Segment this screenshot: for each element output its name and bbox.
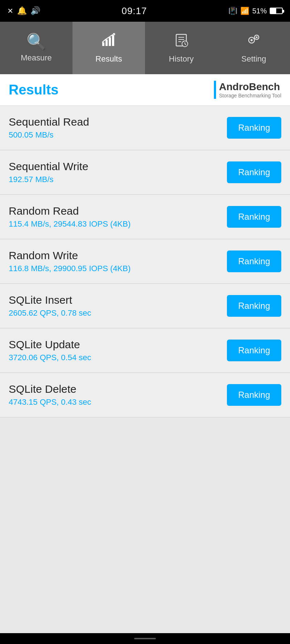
setting-icon: [246, 32, 262, 51]
result-item-seq-write: Sequential Write 192.57 MB/s Ranking: [0, 150, 290, 195]
svg-rect-0: [102, 42, 104, 46]
svg-point-12: [250, 39, 253, 41]
ranking-button-seq-write[interactable]: Ranking: [227, 161, 281, 183]
result-value-sqlite-delete: 4743.15 QPS, 0.43 sec: [9, 397, 91, 407]
history-label: History: [169, 54, 194, 64]
wifi-icon: 📶: [240, 7, 249, 15]
result-item-rand-read: Random Read 115.4 MB/s, 29544.83 IOPS (4…: [0, 195, 290, 239]
result-info-rand-write: Random Write 116.8 MB/s, 29900.95 IOPS (…: [9, 249, 130, 273]
brand-text: AndroBench Storage Benchmarking Tool: [219, 81, 281, 98]
result-value-rand-read: 115.4 MB/s, 29544.83 IOPS (4KB): [9, 219, 130, 229]
result-name-sqlite-update: SQLite Update: [9, 338, 91, 351]
ranking-button-seq-read[interactable]: Ranking: [227, 117, 281, 139]
tab-measure[interactable]: 🔍 Measure: [0, 22, 72, 74]
status-bar-left: ✕ 🔔 🔊: [7, 6, 40, 16]
page-title: Results: [9, 82, 58, 98]
ranking-button-sqlite-update[interactable]: Ranking: [227, 340, 281, 361]
result-item-sqlite-update: SQLite Update 3720.06 QPS, 0.54 sec Rank…: [0, 328, 290, 373]
brand-accent-bar: [214, 81, 216, 99]
bottom-nav-indicator: [134, 638, 156, 639]
brand-name: AndroBench: [219, 81, 281, 93]
result-info-seq-read: Sequential Read 500.05 MB/s: [9, 116, 89, 140]
status-bar-right: 📳 📶 51%: [228, 7, 283, 15]
result-value-seq-read: 500.05 MB/s: [9, 130, 89, 140]
measure-icon: 🔍: [26, 34, 46, 50]
result-name-rand-write: Random Write: [9, 249, 130, 262]
result-value-rand-write: 116.8 MB/s, 29900.95 IOPS (4KB): [9, 264, 130, 273]
volume-icon: 🔊: [30, 6, 40, 16]
result-value-seq-write: 192.57 MB/s: [9, 175, 88, 184]
brand-logo: AndroBench Storage Benchmarking Tool: [214, 81, 281, 99]
ranking-button-sqlite-insert[interactable]: Ranking: [227, 295, 281, 317]
result-info-sqlite-delete: SQLite Delete 4743.15 QPS, 0.43 sec: [9, 383, 91, 407]
svg-rect-3: [112, 35, 114, 46]
ranking-button-rand-read[interactable]: Ranking: [227, 206, 281, 228]
svg-rect-2: [109, 37, 111, 46]
result-item-sqlite-delete: SQLite Delete 4743.15 QPS, 0.43 sec Rank…: [0, 373, 290, 417]
tab-setting[interactable]: Setting: [218, 22, 290, 74]
result-name-seq-write: Sequential Write: [9, 160, 88, 173]
measure-label: Measure: [21, 53, 52, 63]
nav-tabs: 🔍 Measure Results: [0, 22, 290, 74]
result-info-rand-read: Random Read 115.4 MB/s, 29544.83 IOPS (4…: [9, 205, 130, 229]
ranking-button-rand-write[interactable]: Ranking: [227, 251, 281, 272]
battery-icon: [270, 8, 283, 14]
tab-results[interactable]: Results: [72, 22, 145, 74]
result-item-seq-read: Sequential Read 500.05 MB/s Ranking: [0, 106, 290, 150]
status-time: 09:17: [121, 5, 147, 17]
result-item-sqlite-insert: SQLite Insert 2605.62 QPS, 0.78 sec Rank…: [0, 284, 290, 328]
bottom-nav: [0, 633, 290, 644]
results-icon: [101, 32, 117, 51]
result-name-sqlite-insert: SQLite Insert: [9, 294, 91, 306]
result-name-rand-read: Random Read: [9, 205, 130, 217]
result-item-rand-write: Random Write 116.8 MB/s, 29900.95 IOPS (…: [0, 239, 290, 284]
vibrate-icon: 📳: [228, 7, 237, 15]
history-icon: [173, 32, 189, 51]
result-info-sqlite-insert: SQLite Insert 2605.62 QPS, 0.78 sec: [9, 294, 91, 318]
tab-history[interactable]: History: [145, 22, 218, 74]
close-icon: ✕: [7, 7, 13, 15]
result-name-sqlite-delete: SQLite Delete: [9, 383, 91, 395]
empty-area: [0, 417, 290, 609]
result-info-seq-write: Sequential Write 192.57 MB/s: [9, 160, 88, 184]
results-header: Results AndroBench Storage Benchmarking …: [0, 74, 290, 106]
result-value-sqlite-insert: 2605.62 QPS, 0.78 sec: [9, 308, 91, 318]
result-name-seq-read: Sequential Read: [9, 116, 89, 128]
svg-point-14: [256, 37, 258, 38]
status-bar: ✕ 🔔 🔊 09:17 📳 📶 51%: [0, 0, 290, 22]
setting-label: Setting: [241, 54, 266, 64]
brand-subtitle: Storage Benchmarking Tool: [219, 93, 281, 98]
battery-percent: 51%: [252, 7, 267, 15]
result-value-sqlite-update: 3720.06 QPS, 0.54 sec: [9, 353, 91, 362]
notification-icon: 🔔: [17, 6, 27, 16]
svg-rect-1: [105, 39, 108, 46]
ranking-button-sqlite-delete[interactable]: Ranking: [227, 384, 281, 406]
result-info-sqlite-update: SQLite Update 3720.06 QPS, 0.54 sec: [9, 338, 91, 362]
results-list: Sequential Read 500.05 MB/s Ranking Sequ…: [0, 106, 290, 417]
results-label: Results: [95, 54, 122, 64]
